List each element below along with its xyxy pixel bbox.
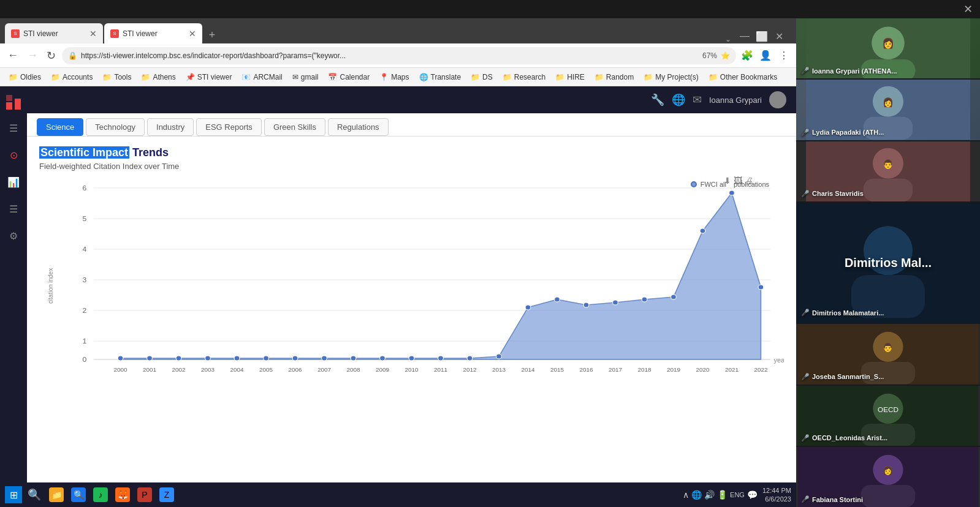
svg-point-59 bbox=[583, 302, 589, 307]
svg-point-60 bbox=[613, 300, 618, 305]
bookmark-oldies[interactable]: 📁 Oldies bbox=[5, 72, 45, 83]
tray-network[interactable]: 🌐 bbox=[691, 490, 702, 500]
tray-sound[interactable]: 🔊 bbox=[704, 490, 715, 500]
svg-text:👩: 👩 bbox=[882, 37, 895, 49]
section-title: Scientific Impact Trends bbox=[39, 146, 784, 159]
bookmark-myprojects[interactable]: 📁 My Project(s) bbox=[640, 72, 702, 83]
tray-battery[interactable]: 🔋 bbox=[717, 490, 727, 500]
tray-notification[interactable]: 💬 bbox=[747, 490, 758, 500]
taskbar-app-search[interactable]: 🔍 bbox=[69, 485, 88, 505]
sidebar-list-icon[interactable]: ☰ bbox=[2, 198, 25, 220]
sidebar-settings-icon[interactable]: ⚙ bbox=[2, 225, 25, 247]
taskbar-app-spotify[interactable]: ♪ bbox=[91, 485, 110, 505]
bookmark-arcmail[interactable]: 📧 ARCMail bbox=[238, 72, 286, 83]
tab-close-1[interactable]: ✕ bbox=[89, 29, 97, 39]
svg-text:6: 6 bbox=[83, 185, 87, 192]
sidebar-home-icon[interactable]: ⊙ bbox=[2, 144, 25, 166]
start-button[interactable]: ⊞ bbox=[5, 486, 22, 503]
new-tab-button[interactable]: + bbox=[203, 26, 221, 43]
bookmark-label: DS bbox=[482, 73, 493, 81]
tab-industry[interactable]: Industry bbox=[147, 118, 194, 136]
video-tile-4[interactable]: Dimitrios Mal... 🎤 Dimitrios Malamatari.… bbox=[796, 203, 980, 323]
bookmark-random[interactable]: 📁 Random bbox=[591, 72, 637, 83]
firefox-icon: 🦊 bbox=[115, 487, 130, 502]
user-avatar[interactable] bbox=[769, 91, 786, 108]
taskbar-app-powerpoint[interactable]: P bbox=[135, 485, 154, 505]
video-tile-1[interactable]: 👩 🎤 Ioanna Grypari (ATHENA... bbox=[796, 18, 980, 78]
participant-name-6: 🎤 OECD_Leonidas Arist... bbox=[801, 434, 887, 442]
bookmark-accounts[interactable]: 📁 Accounts bbox=[47, 72, 96, 83]
topbar-globe-icon[interactable]: 🌐 bbox=[672, 93, 685, 107]
sidebar-chart-icon[interactable]: 📊 bbox=[2, 171, 25, 193]
video-tile-5[interactable]: 👨 🎤 Joseba Sanmartin_S... bbox=[796, 324, 980, 384]
taskbar-app-firefox[interactable]: 🦊 bbox=[113, 485, 132, 505]
tab-close-2[interactable]: ✕ bbox=[189, 29, 196, 39]
taskbar-time[interactable]: 12:44 PM 6/6/2023 bbox=[762, 486, 791, 504]
svg-point-61 bbox=[642, 297, 647, 302]
menu-button[interactable]: ⋮ bbox=[777, 48, 791, 63]
video-tile-7[interactable]: 👩 🎤 Fabiana Stortini bbox=[796, 447, 980, 507]
mute-icon-4: 🎤 bbox=[801, 309, 810, 317]
address-bar[interactable]: 🔒 https://sti-viewer.intelcomp.bsc.es/in… bbox=[62, 47, 736, 64]
minimize-button[interactable]: — bbox=[737, 29, 752, 43]
tab-science[interactable]: Science bbox=[37, 118, 83, 136]
taskbar-app-zoom[interactable]: Z bbox=[157, 485, 177, 505]
bookmark-tools[interactable]: 📁 Tools bbox=[99, 72, 135, 83]
refresh-button[interactable]: ↻ bbox=[44, 47, 58, 65]
bookmark-research[interactable]: 📁 Research bbox=[499, 72, 549, 83]
participant-name-3: 🎤 Charis Stavridis bbox=[801, 190, 864, 198]
bookmark-other[interactable]: 📁 Other Bookmarks bbox=[705, 72, 781, 83]
back-button[interactable]: ← bbox=[5, 47, 21, 64]
video-tile-6[interactable]: OECD 🎤 OECD_Leonidas Arist... bbox=[796, 386, 980, 446]
tab-technology[interactable]: Technology bbox=[86, 118, 145, 136]
bookmark-athens[interactable]: 📁 Athens bbox=[137, 72, 179, 83]
tray-chevron[interactable]: ∧ bbox=[683, 490, 689, 500]
svg-point-56 bbox=[496, 354, 502, 359]
bookmark-sti-viewer[interactable]: 📌 STI viewer bbox=[182, 72, 236, 83]
topbar-tool-icon[interactable]: 🔧 bbox=[651, 93, 664, 107]
svg-text:4: 4 bbox=[83, 246, 87, 253]
mute-icon-1: 🎤 bbox=[801, 67, 810, 75]
svg-text:1: 1 bbox=[83, 338, 87, 345]
tab-green-skills[interactable]: Green Skills bbox=[264, 118, 325, 136]
url-text: https://sti-viewer.intelcomp.bsc.es/indi… bbox=[81, 51, 699, 60]
bookmark-star[interactable]: ⭐ bbox=[721, 51, 730, 60]
bookmark-label: My Project(s) bbox=[655, 73, 699, 81]
bookmark-ds[interactable]: 📁 DS bbox=[467, 72, 496, 83]
tab-regulations[interactable]: Regulations bbox=[328, 118, 389, 136]
svg-text:2008: 2008 bbox=[346, 366, 360, 372]
content-tabs: Science Technology Industry ESG Reports … bbox=[27, 113, 796, 137]
close-video-icon[interactable]: ✕ bbox=[963, 2, 973, 16]
bookmark-maps[interactable]: 📍 Maps bbox=[376, 72, 412, 83]
svg-rect-91 bbox=[861, 485, 915, 507]
chart-subtitle: Field-weighted Citation Index over Time bbox=[39, 162, 784, 171]
bookmark-gmail[interactable]: ✉ gmail bbox=[289, 72, 322, 83]
bookmark-hire[interactable]: 📁 HIRE bbox=[552, 72, 588, 83]
tab-1[interactable]: S STI viewer ✕ bbox=[5, 23, 103, 43]
profile-button[interactable]: 👤 bbox=[758, 48, 773, 63]
tab-esg-reports[interactable]: ESG Reports bbox=[196, 118, 262, 136]
svg-point-44 bbox=[147, 356, 153, 361]
sidebar-menu-icon[interactable]: ☰ bbox=[2, 117, 25, 139]
tray-language: ENG bbox=[730, 491, 745, 498]
close-window-button[interactable]: ✕ bbox=[772, 29, 786, 43]
bookmark-calendar[interactable]: 📅 Calendar bbox=[324, 72, 373, 83]
tab-dropdown[interactable]: ⌄ bbox=[720, 35, 736, 43]
participant-name-1: 🎤 Ioanna Grypari (ATHENA... bbox=[801, 67, 897, 75]
user-name-label: Ioanna Grypari bbox=[709, 96, 762, 105]
chart-section: Scientific Impact Trends Field-weighted … bbox=[27, 137, 796, 482]
svg-text:2022: 2022 bbox=[754, 366, 767, 372]
taskbar-app-explorer[interactable]: 📁 bbox=[47, 485, 66, 505]
topbar-mail-icon[interactable]: ✉ bbox=[693, 93, 702, 107]
maximize-button[interactable]: ⬜ bbox=[754, 29, 769, 43]
extensions-button[interactable]: 🧩 bbox=[740, 48, 754, 63]
tab-2[interactable]: S STI viewer ✕ bbox=[104, 23, 202, 43]
tab-favicon-2: S bbox=[110, 29, 119, 38]
svg-rect-76 bbox=[864, 178, 913, 201]
app-sidebar: ☰ ⊙ 📊 ☰ ⚙ 📌 bbox=[0, 86, 27, 507]
forward-button[interactable]: → bbox=[25, 47, 40, 64]
video-tile-2[interactable]: 👩 🎤 Lydia Papadaki (ATH... bbox=[796, 80, 980, 140]
taskbar-search[interactable]: 🔍 bbox=[25, 486, 44, 503]
video-tile-3[interactable]: 👨 🎤 Charis Stavridis bbox=[796, 141, 980, 201]
bookmark-translate[interactable]: 🌐 Translate bbox=[416, 72, 465, 83]
